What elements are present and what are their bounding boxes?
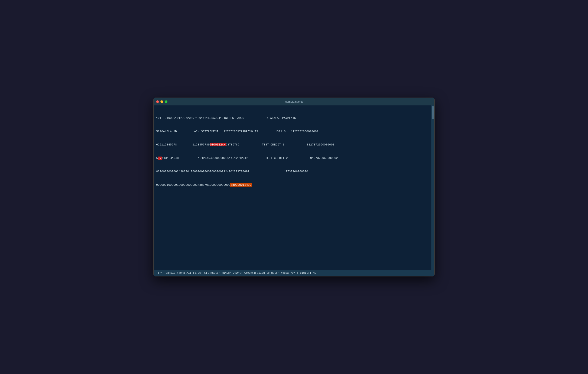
- title-bar: sample.nacha: [154, 98, 434, 105]
- line-5: 8200000002002438870100000000000000000001…: [156, 169, 432, 174]
- editor-area[interactable]: 101 9100001912737206971301161505A094101W…: [154, 105, 434, 270]
- highlight-orange-1: gg0000012490: [230, 183, 252, 187]
- line-6: 9000001000001000000020024388701000000000…: [156, 183, 432, 187]
- highlight-red-1: 0000012xx: [210, 143, 226, 146]
- line-3: 622112345678 11234567890000012xx98789789…: [156, 143, 432, 147]
- maximize-button[interactable]: [165, 100, 168, 103]
- line-1: 101 9100001912737206971301161505A094101W…: [156, 116, 432, 121]
- close-button[interactable]: [156, 100, 159, 103]
- scrollbar-thumb[interactable]: [432, 106, 434, 119]
- scrollbar[interactable]: [431, 105, 434, 270]
- line-2: 5200ALALALAD ACH SETTLEMENT 2273720697PP…: [156, 129, 432, 134]
- line-4: 6771131541348 13125454000000000014512312…: [156, 156, 432, 161]
- status-bar: -:**- sample.nacha All (3,35) Git-master…: [154, 270, 434, 276]
- code-content: 101 9100001912737206971301161505A094101W…: [156, 107, 432, 196]
- window-title: sample.nacha: [285, 100, 303, 103]
- traffic-lights: [156, 100, 168, 103]
- editor-window: sample.nacha 101 91000019127372069713011…: [153, 98, 435, 276]
- minimize-button[interactable]: [160, 100, 163, 103]
- status-text: -:**- sample.nacha All (3,35) Git-master…: [156, 271, 316, 275]
- highlight-red-2: 77: [158, 156, 162, 160]
